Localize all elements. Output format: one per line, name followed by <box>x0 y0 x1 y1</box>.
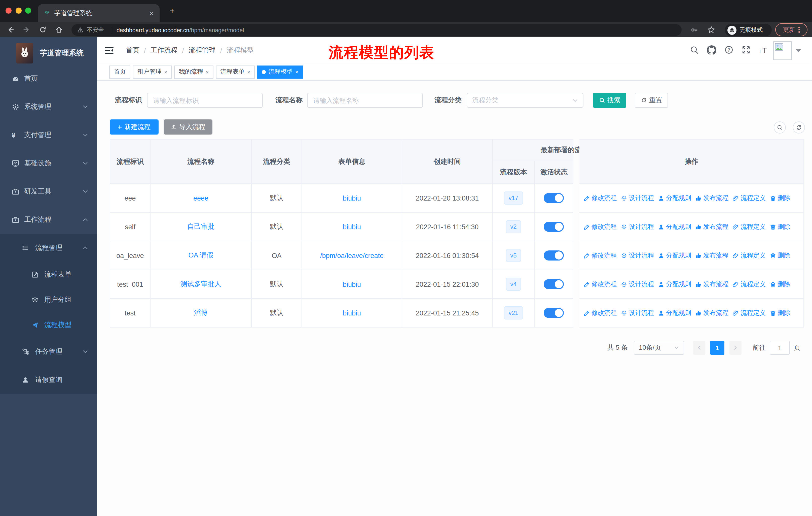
filter-key-input[interactable] <box>147 93 263 108</box>
breadcrumb-home[interactable]: 首页 <box>126 46 140 55</box>
form-link[interactable]: /bpm/oa/leave/create <box>320 252 384 259</box>
prev-page-button[interactable] <box>693 341 705 355</box>
modify-process-action[interactable]: 修改流程 <box>583 280 617 289</box>
publish-process-action[interactable]: 发布流程 <box>695 280 728 289</box>
delete-action[interactable]: 删除 <box>770 222 790 231</box>
filter-name-input[interactable] <box>307 93 423 108</box>
tab-close-icon[interactable] <box>149 9 153 17</box>
tag-close-icon[interactable] <box>164 69 167 75</box>
font-size-icon[interactable]: TT <box>759 45 768 54</box>
tag-process-model[interactable]: 流程模型 <box>258 65 303 78</box>
delete-action[interactable]: 删除 <box>770 251 790 260</box>
model-name-link[interactable]: OA 请假 <box>188 251 213 260</box>
refresh-table-button[interactable] <box>793 121 805 134</box>
tag-home[interactable]: 首页 <box>109 65 130 78</box>
breadcrumb-process-mgmt[interactable]: 流程管理 <box>188 46 216 55</box>
modify-process-action[interactable]: 修改流程 <box>583 251 617 260</box>
assign-rule-action[interactable]: 分配规则 <box>658 194 691 202</box>
sidebar-item-process-model[interactable]: 流程模型 <box>0 313 97 337</box>
process-definition-action[interactable]: 流程定义 <box>732 194 766 202</box>
tag-process-form[interactable]: 流程表单 <box>216 65 255 78</box>
sidebar-collapse-icon[interactable] <box>104 45 114 55</box>
sidebar-item-system[interactable]: 系统管理 <box>0 93 97 121</box>
assign-rule-action[interactable]: 分配规则 <box>658 280 691 289</box>
publish-process-action[interactable]: 发布流程 <box>695 309 728 317</box>
new-tab-button[interactable] <box>167 6 177 16</box>
show-search-button[interactable] <box>774 121 786 134</box>
sidebar-item-user-group[interactable]: 用户分组 <box>0 287 97 313</box>
model-name-link[interactable]: 测试多审批人 <box>180 280 221 289</box>
sidebar-item-devtools[interactable]: 研发工具 <box>0 178 97 206</box>
active-toggle[interactable] <box>544 193 564 203</box>
modify-process-action[interactable]: 修改流程 <box>583 309 617 317</box>
assign-rule-action[interactable]: 分配规则 <box>658 222 691 231</box>
traffic-close-button[interactable] <box>5 7 11 13</box>
design-process-action[interactable]: 设计流程 <box>621 309 654 317</box>
browser-tab[interactable]: 芋道管理系统 <box>38 4 160 22</box>
publish-process-action[interactable]: 发布流程 <box>695 251 728 260</box>
process-definition-action[interactable]: 流程定义 <box>732 309 766 317</box>
help-icon[interactable]: ? <box>724 45 733 54</box>
model-name-link[interactable]: eeee <box>193 194 208 202</box>
next-page-button[interactable] <box>729 341 742 355</box>
form-link[interactable]: biubiu <box>343 223 361 230</box>
design-process-action[interactable]: 设计流程 <box>621 194 654 202</box>
tag-close-icon[interactable] <box>295 69 298 75</box>
address-bar[interactable]: 不安全 dashboard.yudao.iocoder.cn/bpm/manag… <box>71 24 682 36</box>
traffic-maximize-button[interactable] <box>25 7 31 13</box>
delete-action[interactable]: 删除 <box>770 309 790 317</box>
reset-button[interactable]: 重置 <box>635 93 668 108</box>
browser-menu-icon[interactable] <box>799 27 800 33</box>
avatar-caret-icon[interactable] <box>796 49 801 53</box>
model-name-link[interactable]: 自己审批 <box>187 222 214 231</box>
traffic-minimize-button[interactable] <box>16 7 22 13</box>
current-page-button[interactable]: 1 <box>710 341 724 355</box>
search-button[interactable]: 搜索 <box>593 93 626 108</box>
design-process-action[interactable]: 设计流程 <box>621 251 654 260</box>
breadcrumb-workflow[interactable]: 工作流程 <box>150 46 178 55</box>
publish-process-action[interactable]: 发布流程 <box>695 222 728 231</box>
create-process-button[interactable]: 新建流程 <box>110 119 158 135</box>
fullscreen-icon[interactable] <box>742 45 751 54</box>
sidebar-item-home[interactable]: 首页 <box>0 64 97 93</box>
user-avatar[interactable] <box>773 41 792 60</box>
home-icon[interactable] <box>55 26 63 34</box>
model-name-link[interactable]: 滔博 <box>194 308 208 318</box>
tag-close-icon[interactable] <box>206 69 209 75</box>
github-icon[interactable] <box>707 45 716 55</box>
sidebar-item-workflow[interactable]: 工作流程 <box>0 206 97 234</box>
sidebar-item-infra[interactable]: 基础设施 <box>0 149 97 178</box>
design-process-action[interactable]: 设计流程 <box>621 222 654 231</box>
sidebar-item-process-form[interactable]: 流程表单 <box>0 262 97 287</box>
process-definition-action[interactable]: 流程定义 <box>732 280 766 289</box>
publish-process-action[interactable]: 发布流程 <box>695 194 728 202</box>
sidebar-item-leave-query[interactable]: 请假查询 <box>0 366 97 394</box>
process-definition-action[interactable]: 流程定义 <box>732 251 766 260</box>
import-process-button[interactable]: 导入流程 <box>164 119 212 135</box>
assign-rule-action[interactable]: 分配规则 <box>658 309 691 317</box>
form-link[interactable]: biubiu <box>343 309 361 317</box>
filter-category-select[interactable]: 流程分类 <box>467 93 583 108</box>
delete-action[interactable]: 删除 <box>770 280 790 289</box>
page-size-select[interactable]: 10条/页 <box>634 341 684 355</box>
modify-process-action[interactable]: 修改流程 <box>583 194 617 202</box>
sidebar-item-process-mgmt[interactable]: 流程管理 <box>0 234 97 262</box>
active-toggle[interactable] <box>544 250 564 261</box>
process-definition-action[interactable]: 流程定义 <box>732 222 766 231</box>
back-icon[interactable] <box>6 26 14 34</box>
sidebar-item-payment[interactable]: 支付管理 <box>0 121 97 149</box>
tag-my-process[interactable]: 我的流程 <box>174 65 213 78</box>
active-toggle[interactable] <box>544 308 564 318</box>
form-link[interactable]: biubiu <box>343 280 361 288</box>
design-process-action[interactable]: 设计流程 <box>621 280 654 289</box>
key-icon[interactable] <box>691 26 698 34</box>
reload-icon[interactable] <box>39 26 47 34</box>
goto-page-input[interactable] <box>770 341 790 355</box>
assign-rule-action[interactable]: 分配规则 <box>658 251 691 260</box>
forward-icon[interactable] <box>23 26 31 34</box>
tag-close-icon[interactable] <box>247 69 251 75</box>
active-toggle[interactable] <box>544 279 564 289</box>
bookmark-star-icon[interactable] <box>707 26 715 34</box>
sidebar-item-task-mgmt[interactable]: 任务管理 <box>0 337 97 366</box>
form-link[interactable]: biubiu <box>343 194 361 202</box>
